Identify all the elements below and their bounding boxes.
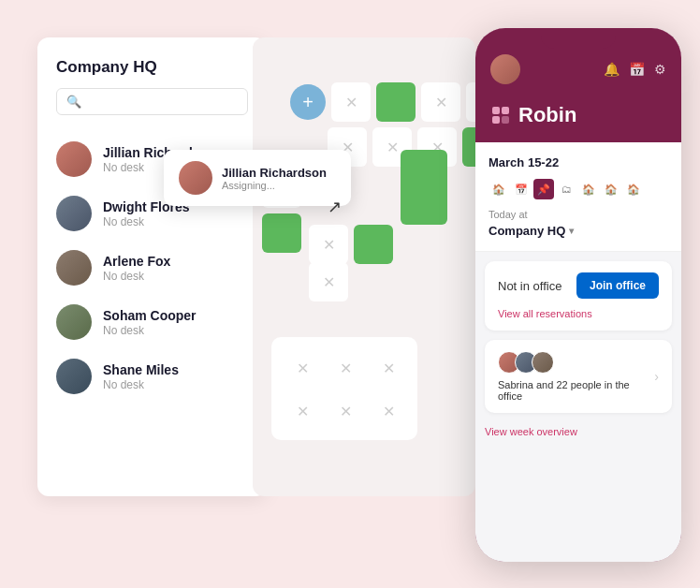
x-icon: ✕ bbox=[386, 139, 399, 156]
status-label: Not in office bbox=[498, 279, 561, 293]
day-tab[interactable]: 🏠 bbox=[623, 179, 644, 199]
phone-content: March 15-22 🏠 📅 📌 🗂 🏠 🏠 🏠 Today at bbox=[475, 142, 681, 562]
desk-cell-green[interactable] bbox=[262, 213, 301, 253]
status-row: Not in office Join office bbox=[498, 272, 659, 299]
x-icon: ✕ bbox=[323, 273, 335, 291]
view-reservations-link[interactable]: View all reservations bbox=[498, 308, 659, 319]
tooltip-info: Jillian Richardson Assigning... bbox=[222, 166, 327, 191]
desk-cell[interactable]: ✕ bbox=[283, 391, 322, 431]
tooltip-status: Assigning... bbox=[222, 180, 327, 191]
svg-rect-0 bbox=[492, 107, 500, 114]
person-info: Soham Cooper No desk bbox=[103, 308, 197, 337]
people-card[interactable]: Sabrina and 22 people in the office › bbox=[485, 340, 672, 413]
desk-cell[interactable]: ✕ bbox=[326, 391, 365, 431]
day-tab[interactable]: 🏠 bbox=[578, 179, 599, 199]
desk-cell-green[interactable] bbox=[354, 225, 393, 264]
person-name: Soham Cooper bbox=[103, 308, 197, 323]
status-card: Not in office Join office View all reser… bbox=[485, 261, 672, 331]
date-range: March 15-22 bbox=[489, 155, 668, 169]
x-icon: ✕ bbox=[297, 403, 309, 420]
x-icon: ✕ bbox=[340, 360, 352, 377]
join-office-button[interactable]: Join office bbox=[576, 272, 659, 299]
search-bar[interactable]: 🔍 bbox=[56, 88, 248, 115]
desk-cell[interactable]: ✕ bbox=[369, 391, 408, 431]
desk-cell[interactable]: ✕ bbox=[326, 348, 365, 388]
list-item[interactable]: Shane Miles No desk bbox=[37, 349, 267, 404]
day-tab[interactable]: 🏠 bbox=[601, 179, 621, 199]
person-status: No desk bbox=[103, 270, 170, 283]
x-icon: ✕ bbox=[297, 360, 309, 377]
list-item[interactable]: Soham Cooper No desk bbox=[37, 295, 267, 349]
floor-plan: + ✕ ✕ ✕ ✕ ✕ ✕ ✕ ✕ ✕ ✕ bbox=[253, 37, 475, 496]
x-icon: ✕ bbox=[383, 360, 395, 377]
calendar-icon[interactable]: 📅 bbox=[629, 62, 645, 77]
svg-rect-1 bbox=[502, 107, 509, 114]
person-info: Arlene Fox No desk bbox=[103, 254, 170, 283]
desk-cell[interactable]: ✕ bbox=[421, 82, 460, 122]
chevron-right-icon: › bbox=[654, 369, 659, 384]
day-tab[interactable]: 🗂 bbox=[556, 179, 576, 199]
desk-cell[interactable]: ✕ bbox=[309, 262, 348, 301]
location-text: Company HQ bbox=[489, 224, 565, 238]
avatar bbox=[56, 304, 92, 340]
phone: 🔔 📅 ⚙ Robin March 15-22 bbox=[475, 28, 681, 562]
search-icon: 🔍 bbox=[66, 95, 81, 109]
x-icon: ✕ bbox=[383, 403, 395, 420]
desk-cell[interactable]: ✕ bbox=[283, 348, 322, 388]
avatar bbox=[56, 250, 92, 286]
cursor-icon: ↗ bbox=[328, 197, 342, 217]
avatar bbox=[56, 196, 92, 231]
date-section: March 15-22 🏠 📅 📌 🗂 🏠 🏠 🏠 bbox=[475, 142, 681, 199]
phone-icons: 🔔 📅 ⚙ bbox=[604, 62, 666, 77]
day-tab-active[interactable]: 📌 bbox=[533, 179, 554, 199]
x-icon: ✕ bbox=[435, 94, 447, 111]
people-avatars bbox=[498, 351, 654, 374]
svg-rect-3 bbox=[502, 116, 509, 124]
people-card-left: Sabrina and 22 people in the office bbox=[498, 351, 654, 402]
person-tooltip: Jillian Richardson Assigning... bbox=[164, 150, 351, 206]
day-tab[interactable]: 🏠 bbox=[489, 179, 509, 199]
phone-user-avatar bbox=[490, 54, 520, 84]
svg-rect-2 bbox=[492, 116, 500, 124]
person-status: No desk bbox=[103, 324, 197, 337]
left-panel: Company HQ 🔍 Jillian Richardson No desk … bbox=[37, 37, 267, 496]
robin-logo-bar: Robin bbox=[475, 99, 681, 142]
today-label: Today at bbox=[489, 209, 668, 220]
search-input[interactable] bbox=[88, 95, 238, 109]
avatar bbox=[532, 351, 554, 374]
view-week-link[interactable]: View week overview bbox=[485, 426, 577, 437]
x-icon: ✕ bbox=[345, 94, 357, 111]
phone-screen: 🔔 📅 ⚙ Robin March 15-22 bbox=[475, 28, 681, 562]
day-tab[interactable]: 📅 bbox=[511, 179, 532, 199]
person-status: No desk bbox=[103, 215, 190, 228]
desk-cell[interactable]: ✕ bbox=[369, 348, 408, 388]
app-title: Robin bbox=[518, 103, 576, 127]
settings-icon[interactable]: ⚙ bbox=[654, 62, 666, 77]
view-week-section: View week overview bbox=[475, 422, 681, 439]
panel-header: Company HQ 🔍 bbox=[37, 37, 267, 128]
location-selector[interactable]: Company HQ ▾ bbox=[489, 224, 668, 238]
list-item[interactable]: Arlene Fox No desk bbox=[37, 241, 267, 295]
avatar bbox=[56, 141, 92, 177]
phone-notch bbox=[541, 28, 616, 49]
person-name: Shane Miles bbox=[103, 362, 179, 377]
chevron-down-icon: ▾ bbox=[569, 226, 574, 236]
notification-icon[interactable]: 🔔 bbox=[604, 62, 620, 77]
people-count: Sabrina and 22 people in the office bbox=[498, 379, 654, 402]
day-tabs: 🏠 📅 📌 🗂 🏠 🏠 🏠 bbox=[489, 179, 668, 199]
desk-cell[interactable]: ✕ bbox=[309, 225, 348, 264]
person-name: Arlene Fox bbox=[103, 254, 170, 269]
desk-cell-green[interactable] bbox=[376, 82, 416, 122]
person-status: No desk bbox=[103, 378, 179, 391]
tooltip-avatar bbox=[179, 161, 212, 195]
today-section: Today at Company HQ ▾ bbox=[475, 199, 681, 252]
add-desk-button[interactable]: + bbox=[290, 84, 326, 120]
tooltip-name: Jillian Richardson bbox=[222, 166, 327, 180]
avatar bbox=[56, 359, 92, 394]
desk-cell-green[interactable] bbox=[401, 150, 447, 225]
person-info: Shane Miles No desk bbox=[103, 362, 179, 391]
x-icon: ✕ bbox=[340, 403, 352, 420]
x-icon: ✕ bbox=[323, 236, 335, 254]
robin-logo-icon bbox=[490, 105, 511, 125]
desk-cell[interactable]: ✕ bbox=[331, 82, 371, 122]
